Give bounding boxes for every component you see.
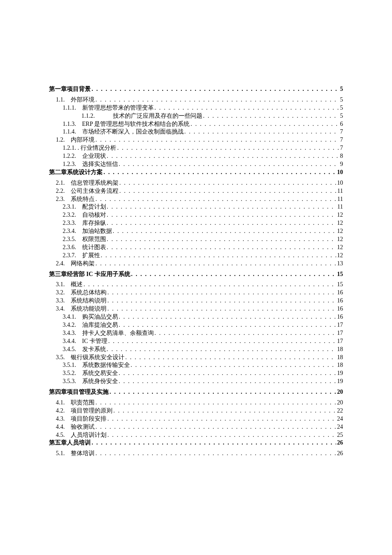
toc-leader-dots bbox=[95, 399, 336, 407]
toc-label: 2.1. 信息管理系统构架 bbox=[56, 179, 118, 187]
toc-leader-dots bbox=[107, 305, 336, 313]
toc-page-number: 11 bbox=[337, 187, 343, 195]
toc-leader-dots bbox=[107, 244, 337, 252]
toc-leader-dots bbox=[107, 211, 337, 219]
toc-entry: 2.3.1. 配货计划11 bbox=[49, 203, 343, 211]
toc-entry: 3.4.2. 油库提油交易17 bbox=[49, 321, 343, 329]
toc-entry: 4.2. 项目管理的原则22 bbox=[49, 407, 343, 415]
toc-leader-dots bbox=[95, 96, 339, 104]
toc-label: 2.3.3. 库存操纵 bbox=[63, 219, 106, 227]
toc-label: 2.2. 公司主体业务流程 bbox=[56, 187, 118, 195]
toc-leader-dots bbox=[155, 104, 340, 112]
toc-leader-dots bbox=[107, 346, 337, 354]
toc-leader-dots bbox=[155, 329, 337, 337]
toc-label: 1.1.4. 市场经济不断深入，国企改制面临挑战 bbox=[63, 128, 184, 136]
toc-leader-dots bbox=[107, 431, 336, 439]
toc-label: 2.3.1. 配货计划 bbox=[63, 203, 106, 211]
toc-page-number: 9 bbox=[340, 160, 343, 169]
toc-page-number: 16 bbox=[337, 289, 343, 297]
toc-page-number: 7 bbox=[340, 128, 343, 136]
toc-page-number: 22 bbox=[337, 407, 343, 415]
toc-leader-dots bbox=[95, 260, 336, 268]
toc-leader-dots bbox=[101, 252, 337, 260]
toc-page-number: 5 bbox=[340, 104, 343, 112]
toc-label: 1.2. 内部环境 bbox=[56, 136, 95, 144]
toc-leader-dots bbox=[117, 144, 339, 152]
toc-entry: 3.5.3. 系统身份安全19 bbox=[49, 378, 343, 386]
toc-label: 4.4. 验收测试 bbox=[56, 423, 95, 431]
toc-entry: 3.1. 概述15 bbox=[49, 281, 343, 289]
toc-label: 第五章人员培训 bbox=[49, 439, 91, 447]
toc-leader-dots bbox=[107, 289, 336, 297]
toc-leader-dots bbox=[184, 128, 340, 136]
toc-label: 3.4.4. IC 卡管理 bbox=[63, 337, 107, 346]
toc-entry: 3.4. 系统功能说明16 bbox=[49, 305, 343, 313]
toc-entry: 1.2.2. 企业现状8 bbox=[49, 152, 343, 160]
toc-entry: 3.5.1. 系统数据传输安全18 bbox=[49, 361, 343, 369]
toc-label: 5.1. 整体培训 bbox=[56, 450, 95, 458]
toc-leader-dots bbox=[107, 152, 340, 160]
toc-entry: 1.1.2. 技术的广泛应用及存在的一些问题5 bbox=[49, 112, 343, 120]
toc-leader-dots bbox=[108, 337, 336, 346]
toc-page-number: 5 bbox=[340, 85, 343, 93]
toc-leader-dots bbox=[95, 423, 336, 431]
toc-entry: 1.2.3. 选择实达恒信9 bbox=[49, 160, 343, 169]
toc-page-number: 26 bbox=[337, 439, 343, 447]
toc-leader-dots bbox=[110, 388, 336, 396]
toc-entry: 1.1. 外部环境5 bbox=[49, 96, 343, 104]
toc-label: 3.3. 系统结构说明 bbox=[56, 297, 107, 305]
toc-label: 2.3. 系统特点 bbox=[56, 195, 95, 203]
toc-page-number: 11 bbox=[337, 195, 343, 203]
toc-leader-dots bbox=[119, 369, 337, 378]
toc-leader-dots bbox=[107, 415, 336, 423]
toc-label: 第四章项目管理及实施 bbox=[49, 388, 109, 396]
toc-label: 3.4. 系统功能说明 bbox=[56, 305, 107, 313]
toc-page-number: 17 bbox=[337, 329, 343, 337]
toc-page-number: 12 bbox=[337, 227, 343, 235]
toc-label: 1.2.2. 企业现状 bbox=[63, 152, 106, 160]
toc-entry: 第五章人员培训26 bbox=[49, 439, 343, 447]
toc-page-number: 19 bbox=[337, 378, 343, 386]
toc-label: 1.2.3. 选择实达恒信 bbox=[63, 160, 118, 169]
toc-label: 4.5. 人员培训计划 bbox=[56, 431, 107, 439]
toc-leader-dots bbox=[113, 227, 337, 235]
toc-page-number: 15 bbox=[337, 281, 343, 289]
toc-label: 2.4. 网络构架 bbox=[56, 260, 95, 268]
toc-page-number: 16 bbox=[337, 305, 343, 313]
toc-leader-dots bbox=[119, 313, 337, 321]
toc-leader-dots bbox=[131, 361, 337, 369]
toc-entry: 3.3. 系统结构说明16 bbox=[49, 297, 343, 305]
toc-label: 2.3.5. 权限范围 bbox=[63, 235, 106, 244]
toc-entry: 1.1.1. 新管理思想带来的管理变革5 bbox=[49, 104, 343, 112]
toc-leader-dots bbox=[107, 235, 337, 244]
toc-page-number: 16 bbox=[337, 313, 343, 321]
toc-entry: 第四章项目管理及实施20 bbox=[49, 388, 343, 396]
toc-page-number: 16 bbox=[337, 297, 343, 305]
toc-entry: 2.3.4. 加油站数据12 bbox=[49, 227, 343, 235]
toc-label: 2.3.4. 加油站数据 bbox=[63, 227, 112, 235]
toc-page-number: 12 bbox=[337, 219, 343, 227]
toc-label: 3.5.1. 系统数据传输安全 bbox=[63, 361, 130, 369]
toc-entry: 4.3. 项目阶段安排24 bbox=[49, 415, 343, 423]
toc-label: 2.3.6. 统计图表 bbox=[63, 244, 106, 252]
toc-entry: 4.1. 职责范围20 bbox=[49, 399, 343, 407]
toc-entry: 2.3.7. 扩展性12 bbox=[49, 252, 343, 260]
toc-entry: 第一章项目背景5 bbox=[49, 85, 343, 93]
toc-leader-dots bbox=[107, 203, 337, 211]
toc-page-number: 18 bbox=[337, 361, 343, 369]
toc-page-number: 6 bbox=[340, 120, 343, 128]
toc-label: 3.2. 系统总体结构 bbox=[56, 289, 107, 297]
toc-label: 2.3.2. 自动核对 bbox=[63, 211, 106, 219]
toc-entry: 2.3.3. 库存操纵12 bbox=[49, 219, 343, 227]
toc-leader-dots bbox=[119, 378, 337, 386]
toc-page-number: 25 bbox=[337, 431, 343, 439]
toc-leader-dots bbox=[92, 85, 339, 93]
toc-label: 第二章系统设计方案 bbox=[49, 169, 103, 177]
toc-entry: 1.1.4. 市场经济不断深入，国企改制面临挑战7 bbox=[49, 128, 343, 136]
toc-label: 3.1. 概述 bbox=[56, 281, 83, 289]
toc-label: 2.3.7. 扩展性 bbox=[63, 252, 100, 260]
toc-page-number: 12 bbox=[337, 244, 343, 252]
toc-entry: 2.3. 系统特点11 bbox=[49, 195, 343, 203]
toc-leader-dots bbox=[190, 120, 339, 128]
toc-page-number: 7 bbox=[340, 144, 343, 152]
